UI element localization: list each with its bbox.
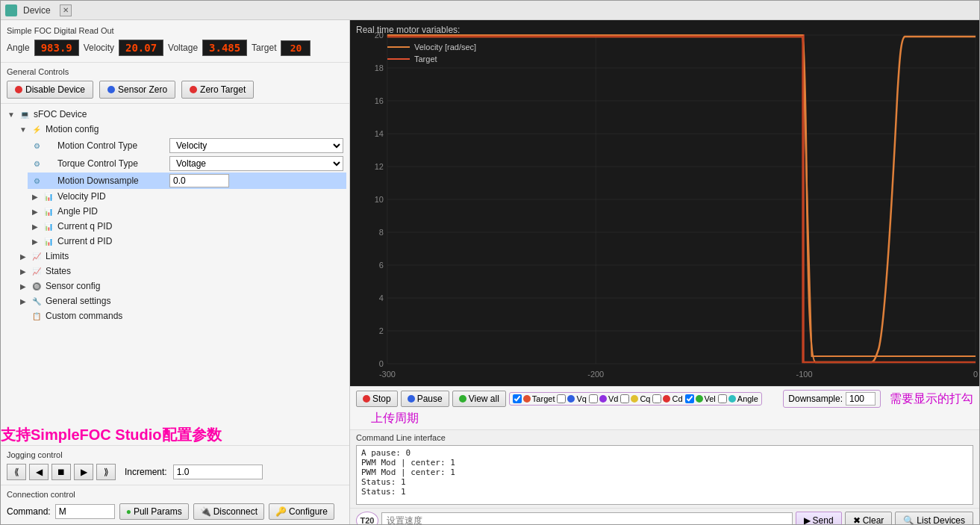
cb-cq-item[interactable]: Cq <box>620 394 650 403</box>
send-button[interactable]: ▶ Send <box>796 512 842 524</box>
disable-device-button[interactable]: Disable Device <box>7 81 93 99</box>
configure-button[interactable]: 🔑 Configure <box>269 503 334 520</box>
cb-cd-item[interactable]: Cd <box>652 394 682 403</box>
increment-input[interactable]: 1.0 <box>173 465 263 479</box>
command-text-input[interactable] <box>381 512 793 524</box>
tree-item-angle-pid[interactable]: ▶ 📊 Angle PID <box>28 204 346 219</box>
chart-legend: Velocity [rad/sec] Target <box>387 43 476 66</box>
cb-vel-item[interactable]: Vel <box>685 394 716 403</box>
jog-prev-button[interactable]: ◀ <box>29 464 49 480</box>
digital-readout-section: Simple FOC Digital Read Out Angle 983.9 … <box>1 20 349 63</box>
clear-icon: ✖ <box>853 515 861 524</box>
checkbox-group: Target Vq Vd Cq <box>509 392 762 406</box>
view-all-button[interactable]: View all <box>452 391 506 407</box>
jog-next-button[interactable]: ▶ <box>74 464 93 480</box>
tree-item-current-d-pid[interactable]: ▶ 📊 Current d PID <box>28 234 346 249</box>
zero-target-button[interactable]: Zero Target <box>181 81 254 99</box>
jog-first-button[interactable]: ⟪ <box>7 464 26 480</box>
cli-section: Command Line interface A pause: 0 PWM Mo… <box>350 430 979 508</box>
vel-checkbox[interactable] <box>685 394 694 403</box>
target-label: Target <box>252 43 276 53</box>
vq-checkbox[interactable] <box>557 394 566 403</box>
angle-label: Angle <box>7 43 30 53</box>
cq-checkbox-label[interactable]: Cq <box>640 394 650 403</box>
list-devices-icon: 🔍 <box>903 515 914 524</box>
voltage-value: 3.485 <box>202 40 247 56</box>
cli-title: Command Line interface <box>356 433 973 442</box>
downsample-label: Downsample: <box>788 394 843 404</box>
target-checkbox-label[interactable]: Target <box>532 394 555 403</box>
command-label: Command: <box>7 506 51 517</box>
angle-checkbox-label[interactable]: Angle <box>737 394 758 403</box>
cb-angle-item[interactable]: Angle <box>718 394 758 403</box>
disconnect-button[interactable]: 🔌 Disconnect <box>193 503 264 520</box>
list-devices-button[interactable]: 🔍 List Devices <box>895 512 973 524</box>
tree-item-sfoc-device[interactable]: ▼ 💻 sFOC Device <box>4 107 346 122</box>
expand-current-q-icon: ▶ <box>31 222 40 231</box>
expand-sensor-icon: ▶ <box>19 282 28 291</box>
annotation-container: 支持SimpleFOC Studio配置参数 <box>1 415 349 445</box>
sensor-zero-button[interactable]: Sensor Zero <box>99 81 175 99</box>
cd-checkbox[interactable] <box>652 394 661 403</box>
angle-pid-label: Angle PID <box>57 206 98 217</box>
stop-label: Stop <box>372 394 391 404</box>
downsample-input[interactable]: 100 <box>846 392 876 406</box>
motion-downsample-input[interactable]: 0.0 <box>169 174 229 187</box>
voltage-label: Voltage <box>168 43 198 53</box>
tree-item-custom-commands[interactable]: ▶ 📋 Custom commands <box>16 308 346 323</box>
general-controls-title: General Controls <box>7 67 343 76</box>
tree-item-current-q-pid[interactable]: ▶ 📊 Current q PID <box>28 219 346 234</box>
svg-text:14: 14 <box>375 129 384 138</box>
velocity-label: Velocity <box>84 43 114 53</box>
expand-icon-motion: ▼ <box>19 125 28 134</box>
velocity-legend-text: Velocity [rad/sec] <box>414 43 476 52</box>
close-button[interactable]: ✕ <box>60 4 72 16</box>
jog-stop-button[interactable]: ⏹ <box>52 464 71 480</box>
chart-title: Real time motor variables: <box>356 25 460 35</box>
jog-last-button[interactable]: ⟫ <box>96 464 116 480</box>
limits-label: Limits <box>46 251 69 261</box>
cd-checkbox-label[interactable]: Cd <box>672 394 682 403</box>
torque-control-value[interactable]: Voltage DC Current FOC Current <box>169 156 343 171</box>
vd-checkbox[interactable] <box>589 394 598 403</box>
expand-icon: ▼ <box>7 110 16 119</box>
expand-velocity-icon: ▶ <box>31 192 40 201</box>
vel-checkbox-label[interactable]: Vel <box>705 394 716 403</box>
vq-checkbox-label[interactable]: Vq <box>576 394 586 403</box>
motion-downsample-row: ⚙ Motion Downsample 0.0 <box>28 173 346 189</box>
cq-checkbox[interactable] <box>620 394 629 403</box>
limits-icon: 📈 <box>31 250 43 262</box>
target-checkbox[interactable] <box>513 394 522 403</box>
motion-control-type-value[interactable]: Velocity Angle Torque <box>169 138 343 153</box>
vel-color-dot <box>696 395 703 403</box>
command-input[interactable] <box>55 504 115 519</box>
angle-checkbox[interactable] <box>718 394 727 403</box>
motion-downsample-value-container[interactable]: 0.0 <box>169 174 343 187</box>
cb-target-item[interactable]: Target <box>513 394 555 403</box>
zero-target-label: Zero Target <box>200 84 246 95</box>
general-settings-label: General settings <box>46 296 110 306</box>
cb-vd-item[interactable]: Vd <box>589 394 618 403</box>
tree-item-velocity-pid[interactable]: ▶ 📊 Velocity PID <box>28 189 346 204</box>
tree-item-motion-config[interactable]: ▼ ⚡ Motion config <box>16 122 346 137</box>
pull-params-button[interactable]: ● Pull Params <box>119 503 189 520</box>
expand-general-icon: ▶ <box>19 296 28 305</box>
device-icon: 💻 <box>19 108 31 120</box>
torque-control-select[interactable]: Voltage DC Current FOC Current <box>169 156 343 171</box>
clear-button[interactable]: ✖ Clear <box>845 512 893 524</box>
svg-text:6: 6 <box>379 261 384 270</box>
tree-item-states[interactable]: ▶ 📈 States <box>16 264 346 279</box>
pause-button[interactable]: Pause <box>401 391 449 407</box>
svg-text:-100: -100 <box>796 370 813 379</box>
sensor-zero-label: Sensor Zero <box>118 84 167 95</box>
stop-button[interactable]: Stop <box>356 391 398 407</box>
tree-item-general-settings[interactable]: ▶ 🔧 General settings <box>16 293 346 308</box>
tree-item-sensor-config[interactable]: ▶ 🔘 Sensor config <box>16 279 346 293</box>
jogging-title: Jogging control <box>7 450 343 459</box>
motion-control-type-select[interactable]: Velocity Angle Torque <box>169 138 343 153</box>
cli-output[interactable]: A pause: 0 PWM Mod | center: 1 PWM Mod |… <box>356 445 973 505</box>
readout-title: Simple FOC Digital Read Out <box>7 26 343 35</box>
tree-item-limits[interactable]: ▶ 📈 Limits <box>16 249 346 264</box>
vd-checkbox-label[interactable]: Vd <box>608 394 618 403</box>
cb-vq-item[interactable]: Vq <box>557 394 586 403</box>
